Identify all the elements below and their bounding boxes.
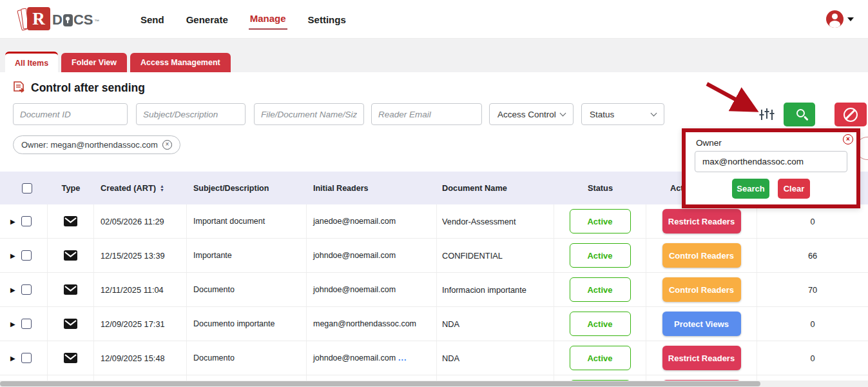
tab-access-management[interactable]: Access Management	[130, 53, 231, 72]
count-cell: 0	[757, 341, 868, 375]
action-button[interactable]: Protect Views	[662, 312, 741, 336]
readers-cell: johndoe@noemail.com	[313, 251, 396, 260]
subject-cell: Documento	[187, 341, 307, 375]
count-cell: 0	[757, 307, 868, 341]
row-expander[interactable]: ▶	[10, 355, 15, 362]
status-button[interactable]: Active	[570, 209, 631, 233]
header-created[interactable]: Created (ART) ▲▼	[94, 172, 187, 204]
subject-cell: Documento	[187, 273, 307, 306]
row-expander[interactable]: ▶	[10, 321, 15, 328]
tab-all-items[interactable]: All Items	[5, 52, 58, 72]
created-cell: 12/09/2025 15:48	[94, 341, 187, 375]
header-status: Status	[554, 172, 646, 204]
doc-name-cell: Vendor-Assessment	[437, 204, 554, 238]
header-doc-name: Document Name	[437, 172, 554, 204]
created-cell: 12/15/2025 13:39	[94, 239, 187, 272]
subject-cell: Documento importante	[187, 307, 307, 341]
rdocs-logo[interactable]: R D CS ™	[19, 7, 99, 32]
more-readers[interactable]: ...	[398, 353, 407, 362]
document-table: ▶ 02/05/2026 11:29 Important document ja…	[0, 204, 868, 387]
popup-clear-button[interactable]: Clear	[778, 179, 810, 199]
created-cell: 12/11/2025 11:04	[94, 273, 187, 306]
email-type-icon	[64, 216, 77, 226]
page-heading: Control after sending	[13, 81, 145, 95]
reader-email-input[interactable]	[371, 103, 482, 125]
chip-remove-icon[interactable]: ×	[162, 140, 172, 150]
status-select[interactable]: Status	[581, 103, 664, 125]
row-expander[interactable]: ▶	[10, 218, 15, 225]
access-control-select[interactable]: Access Control	[489, 103, 574, 125]
search-button[interactable]	[784, 103, 815, 126]
logo-letters-cs: CS	[73, 12, 93, 28]
row-expander[interactable]: ▶	[10, 286, 15, 293]
row-expander[interactable]: ▶	[10, 252, 15, 259]
row-checkbox[interactable]	[21, 284, 32, 295]
subject-cell: Importante	[187, 239, 307, 272]
logo-pages-icon	[19, 7, 27, 32]
owner-search-input[interactable]	[695, 151, 847, 172]
action-button[interactable]: Control Readers	[662, 277, 741, 302]
action-button[interactable]: Restrict Readers	[662, 346, 741, 370]
action-button[interactable]: Restrict Readers	[662, 209, 741, 233]
nav-item-manage[interactable]: Manage	[249, 9, 287, 30]
row-checkbox[interactable]	[21, 353, 32, 363]
created-cell: 12/09/2025 17:31	[94, 307, 187, 341]
email-type-icon	[64, 353, 77, 363]
status-button[interactable]: Active	[570, 277, 631, 302]
created-cell: 02/05/2026 11:29	[94, 204, 187, 238]
control-document-icon	[13, 81, 26, 95]
nav-item-generate[interactable]: Generate	[185, 10, 229, 29]
status-button[interactable]: Active	[570, 243, 631, 268]
row-checkbox[interactable]	[21, 319, 32, 329]
popup-search-button[interactable]: Search	[732, 179, 769, 199]
block-button[interactable]	[834, 103, 867, 126]
document-id-input[interactable]	[13, 103, 128, 125]
nav-item-send[interactable]: Send	[139, 10, 166, 29]
header-readers: Initial Readers	[307, 172, 437, 204]
horizontal-scrollbar[interactable]	[0, 381, 868, 387]
logo-letter-d: D	[52, 12, 63, 28]
doc-name-cell: CONFIDENTIAL	[437, 239, 554, 272]
top-navbar: R D CS ™ Send Generate Manage Settings	[0, 0, 868, 39]
count-cell: 0	[757, 204, 868, 238]
action-button[interactable]: Control Readers	[662, 243, 741, 268]
email-type-icon	[64, 284, 77, 295]
user-avatar-icon[interactable]	[826, 10, 844, 28]
logo-lock-icon	[63, 14, 73, 26]
view-tabs: All Items Folder View Access Management	[0, 39, 868, 72]
header-subject: Subject/Description	[187, 172, 307, 204]
subject-input[interactable]	[136, 103, 246, 125]
table-row: ▶ 12/15/2025 13:39 Importante johndoe@no…	[0, 239, 868, 273]
row-checkbox[interactable]	[21, 250, 32, 261]
table-row: ▶ 12/11/2025 11:04 Documento johndoe@noe…	[0, 273, 868, 307]
doc-name-cell: NDA	[437, 307, 554, 341]
popup-close-icon[interactable]: ×	[843, 134, 853, 144]
user-menu-caret-icon[interactable]	[847, 17, 854, 21]
readers-cell: johndoe@noemail.com	[313, 353, 396, 362]
doc-name-cell: NDA	[437, 341, 554, 375]
table-row: ▶ 12/09/2025 15:48 Documento johndoe@noe…	[0, 341, 868, 375]
row-checkbox[interactable]	[21, 216, 32, 226]
readers-cell: megan@northendassoc.com	[313, 319, 416, 328]
user-menu[interactable]	[826, 10, 854, 28]
table-row: ▶ 12/09/2025 17:31 Documento importante …	[0, 307, 868, 341]
page-title: Control after sending	[31, 81, 145, 95]
advanced-filters-icon[interactable]	[759, 106, 775, 122]
count-cell: 66	[757, 239, 868, 272]
email-type-icon	[64, 250, 77, 261]
select-all-checkbox[interactable]	[22, 183, 32, 194]
prohibited-icon	[844, 108, 858, 122]
chevron-down-icon	[651, 110, 657, 116]
table-row: ▶ 02/05/2026 11:29 Important document ja…	[0, 204, 868, 239]
status-button[interactable]: Active	[570, 346, 631, 370]
file-name-input[interactable]	[254, 103, 364, 125]
readers-cell: janedoe@noemail.com	[313, 217, 396, 226]
scrollbar-thumb[interactable]	[0, 381, 760, 386]
status-button[interactable]: Active	[570, 312, 631, 336]
email-type-icon	[64, 319, 77, 329]
nav-item-settings[interactable]: Settings	[307, 10, 347, 29]
sort-icon[interactable]: ▲▼	[160, 184, 164, 192]
tab-folder-view[interactable]: Folder View	[61, 53, 127, 72]
doc-name-cell: Informacion importante	[437, 273, 554, 306]
owner-search-popup: × Owner Search Clear	[682, 128, 860, 208]
